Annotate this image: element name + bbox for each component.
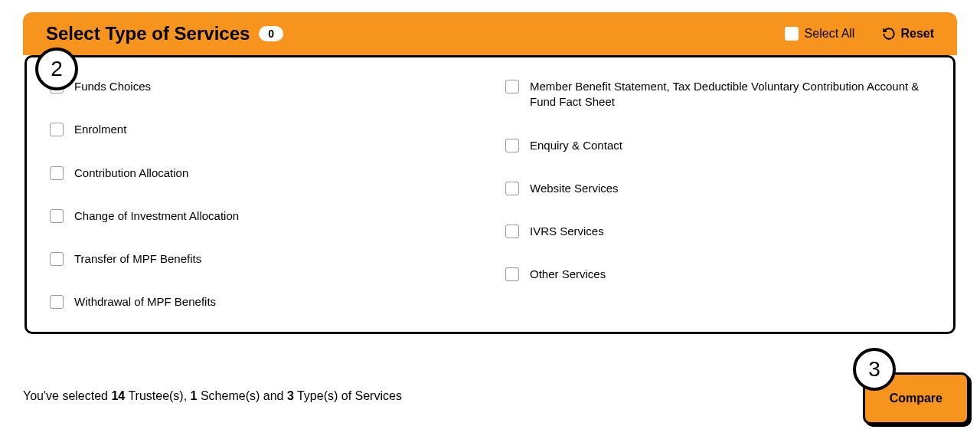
- option-funds-choices[interactable]: Funds Choices: [50, 79, 475, 94]
- options-grid: Funds Choices Enrolment Contribution All…: [24, 55, 956, 334]
- card-shadow: [24, 334, 956, 342]
- option-label: Member Benefit Statement, Tax Deductible…: [530, 79, 930, 110]
- option-enquiry-contact[interactable]: Enquiry & Contact: [505, 138, 930, 153]
- step-badge-2: 2: [35, 48, 78, 90]
- services-card: Select Type of Services 0 Select All Res…: [23, 12, 957, 348]
- service-label: Type(s) of Services: [294, 389, 402, 402]
- page-title: Select Type of Services: [46, 23, 250, 44]
- checkbox-icon: [50, 295, 64, 309]
- option-label: Withdrawal of MPF Benefits: [74, 294, 216, 310]
- header-left: Select Type of Services 0: [46, 23, 283, 44]
- selected-count-badge: 0: [259, 26, 283, 41]
- option-label: Enrolment: [74, 122, 126, 137]
- option-label: Other Services: [530, 267, 606, 282]
- checkbox-icon: [50, 166, 64, 180]
- option-label: Funds Choices: [74, 79, 151, 94]
- card-header: Select Type of Services 0 Select All Res…: [23, 12, 957, 55]
- option-withdrawal-mpf-benefits[interactable]: Withdrawal of MPF Benefits: [50, 294, 475, 310]
- scheme-count: 1: [191, 389, 198, 402]
- checkbox-icon: [785, 27, 799, 41]
- reset-label: Reset: [900, 27, 934, 41]
- checkbox-icon: [505, 225, 519, 238]
- option-member-benefit-statement[interactable]: Member Benefit Statement, Tax Deductible…: [505, 79, 930, 110]
- trustee-count: 14: [111, 389, 125, 402]
- summary-prefix: You've selected: [23, 389, 111, 402]
- option-change-investment-allocation[interactable]: Change of Investment Allocation: [50, 208, 475, 224]
- option-enrolment[interactable]: Enrolment: [50, 122, 475, 137]
- reset-icon: [882, 27, 896, 41]
- checkbox-icon: [50, 209, 64, 223]
- options-col-right: Member Benefit Statement, Tax Deductible…: [505, 79, 930, 310]
- selection-summary: You've selected 14 Trustee(s), 1 Scheme(…: [23, 389, 402, 403]
- checkbox-icon: [50, 123, 64, 136]
- checkbox-icon: [505, 267, 519, 281]
- options-col-left: Funds Choices Enrolment Contribution All…: [50, 79, 475, 310]
- footer-bar: You've selected 14 Trustee(s), 1 Scheme(…: [23, 389, 957, 403]
- checkbox-icon: [505, 182, 519, 195]
- checkbox-icon: [505, 139, 519, 152]
- card-body-wrap: Funds Choices Enrolment Contribution All…: [23, 55, 957, 348]
- header-right: Select All Reset: [785, 27, 934, 41]
- option-label: Website Services: [530, 181, 619, 196]
- option-label: Transfer of MPF Benefits: [74, 251, 201, 267]
- option-label: IVRS Services: [530, 224, 604, 239]
- select-all-label: Select All: [805, 27, 855, 41]
- option-label: Contribution Allocation: [74, 166, 188, 181]
- option-website-services[interactable]: Website Services: [505, 181, 930, 196]
- trustee-label: Trustee(s),: [125, 389, 190, 402]
- reset-button[interactable]: Reset: [882, 27, 934, 41]
- option-label: Change of Investment Allocation: [74, 208, 239, 224]
- select-all-toggle[interactable]: Select All: [785, 27, 855, 41]
- checkbox-icon: [50, 252, 64, 266]
- step-badge-3: 3: [853, 348, 896, 391]
- checkbox-icon: [505, 80, 519, 93]
- option-label: Enquiry & Contact: [530, 138, 622, 153]
- service-count: 3: [287, 389, 294, 402]
- option-ivrs-services[interactable]: IVRS Services: [505, 224, 930, 239]
- option-transfer-mpf-benefits[interactable]: Transfer of MPF Benefits: [50, 251, 475, 267]
- option-other-services[interactable]: Other Services: [505, 267, 930, 282]
- option-contribution-allocation[interactable]: Contribution Allocation: [50, 166, 475, 181]
- scheme-label: Scheme(s) and: [198, 389, 287, 402]
